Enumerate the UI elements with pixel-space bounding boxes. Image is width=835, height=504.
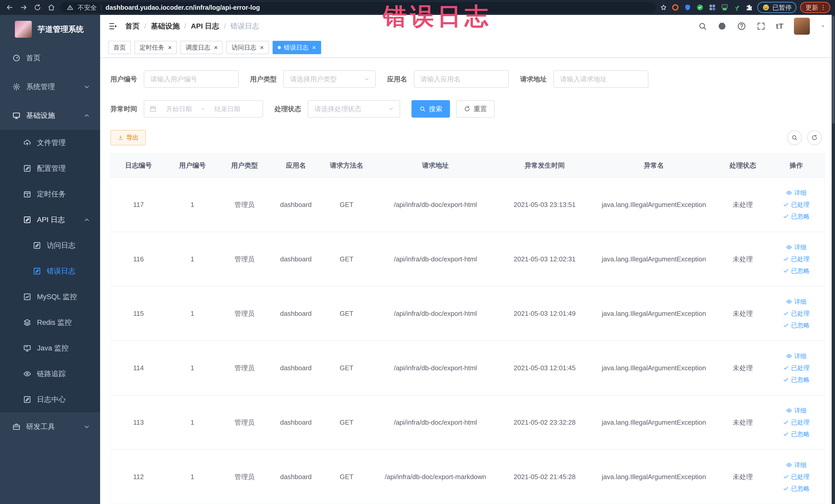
app-name-input[interactable] — [414, 70, 509, 88]
action-ignored-link[interactable]: 已忽略 — [783, 430, 810, 438]
sidebar-item-java-monitor[interactable]: Java 监控 — [0, 335, 100, 361]
cell-status: 未处理 — [717, 341, 768, 395]
action-processed-link[interactable]: 已处理 — [783, 473, 810, 481]
reset-button[interactable]: 重置 — [456, 100, 495, 118]
action-processed-link[interactable]: 已处理 — [783, 255, 810, 263]
browser-forward-button[interactable] — [19, 2, 29, 13]
sidebar-item-label: 访问日志 — [47, 241, 76, 250]
action-processed-link[interactable]: 已处理 — [783, 418, 810, 426]
sidebar-item-file-admin[interactable]: 文件管理 — [0, 130, 100, 156]
sidebar-item-dev-tools[interactable]: 研发工具 — [0, 412, 100, 441]
process-status-select[interactable]: 请选择处理状态 — [308, 100, 400, 118]
cell-log_id: 116 — [110, 232, 166, 286]
sidebar-item-redis-monitor[interactable]: Redis 监控 — [0, 310, 100, 335]
sidebar-item-config-admin[interactable]: 配置管理 — [0, 156, 100, 181]
sidebar-item-infrastructure[interactable]: 基础设施 — [0, 101, 100, 130]
user-type-select[interactable]: 请选择用户类型 — [283, 70, 376, 88]
action-detail-link[interactable]: 详细 — [786, 461, 807, 469]
breadcrumb-api-log[interactable]: API 日志 — [191, 21, 219, 31]
close-icon[interactable]: × — [214, 44, 218, 51]
chevron-down-icon[interactable] — [820, 23, 826, 29]
browser-back-button[interactable] — [5, 2, 15, 13]
action-ignored-link[interactable]: 已忽略 — [783, 376, 810, 384]
action-ignored-link[interactable]: 已忽略 — [783, 321, 810, 329]
action-processed-link[interactable]: 已处理 — [783, 201, 810, 209]
action-detail-link[interactable]: 详细 — [786, 298, 807, 306]
sidebar-item-scheduled-jobs[interactable]: 定时任务 — [0, 181, 100, 207]
hamburger-icon[interactable] — [108, 21, 118, 31]
cell-time: 2021-05-02 23:32:28 — [499, 395, 590, 449]
sidebar-item-trace[interactable]: 链路追踪 — [0, 361, 100, 387]
cell-exception: java.lang.IllegalArgumentException — [590, 177, 717, 232]
tab-scheduled-jobs[interactable]: 定时任务× — [135, 41, 177, 54]
header-search-icon[interactable] — [698, 22, 707, 31]
action-ignored-link[interactable]: 已忽略 — [783, 212, 810, 221]
action-detail-link[interactable]: 详细 — [786, 243, 807, 251]
date-range-picker[interactable]: ~ — [144, 100, 263, 118]
fullscreen-icon[interactable] — [756, 22, 766, 31]
extension-sprout-icon[interactable] — [733, 3, 741, 12]
font-size-icon[interactable]: tT — [776, 22, 784, 31]
extension-grid-blue-dot-icon[interactable] — [708, 3, 717, 12]
tab-error-log[interactable]: 错误日志× — [272, 41, 321, 54]
sidebar-item-error-log[interactable]: 错误日志 — [0, 258, 100, 284]
toggle-search-button[interactable] — [787, 130, 802, 145]
help-icon[interactable] — [737, 22, 746, 31]
tab-home[interactable]: 首页 — [108, 41, 131, 54]
browser-update-button[interactable]: 更新 — [800, 2, 830, 13]
tab-schedule-log[interactable]: 调度日志× — [180, 41, 223, 54]
action-detail-link[interactable]: 详细 — [786, 189, 807, 197]
tab-access-log[interactable]: 访问日志× — [226, 41, 269, 54]
address-bar[interactable]: 不安全 dashboard.yudao.iocoder.cn/infra/log… — [60, 2, 656, 13]
user-avatar[interactable] — [794, 18, 810, 35]
column-header-time: 异常发生时间 — [499, 154, 590, 177]
action-detail-link[interactable]: 详细 — [786, 406, 807, 415]
close-icon[interactable]: × — [260, 44, 264, 51]
github-icon[interactable] — [717, 22, 727, 31]
scrollbar-thumb[interactable] — [832, 16, 834, 124]
refresh-table-button[interactable] — [807, 130, 822, 145]
extension-puzzle-icon[interactable] — [745, 3, 754, 12]
window-scrollbar[interactable] — [832, 15, 835, 504]
end-date-input[interactable] — [208, 105, 247, 113]
cell-user_id: 1 — [166, 395, 219, 449]
sidebar-item-log-center[interactable]: 日志中心 — [0, 387, 100, 412]
export-button[interactable]: 导出 — [110, 130, 146, 145]
extension-orange-ring-icon[interactable] — [671, 3, 680, 12]
action-label: 详细 — [794, 298, 807, 306]
breadcrumb-infrastructure[interactable]: 基础设施 — [151, 21, 180, 31]
action-detail-link[interactable]: 详细 — [786, 352, 807, 360]
action-processed-link[interactable]: 已处理 — [783, 364, 810, 372]
sidebar-item-system-admin[interactable]: 系统管理 — [0, 73, 100, 101]
breadcrumb-home[interactable]: 首页 — [125, 21, 140, 31]
action-label: 详细 — [794, 189, 807, 197]
action-ignored-link[interactable]: 已忽略 — [783, 267, 810, 275]
profile-paused-badge[interactable]: 已暂停 — [757, 2, 796, 13]
cell-actions: 详细已处理已忽略 — [768, 286, 824, 341]
action-ignored-link[interactable]: 已忽略 — [783, 484, 810, 493]
kebab-menu-icon[interactable] — [820, 4, 827, 11]
action-label: 已处理 — [791, 418, 810, 426]
sidebar-item-home[interactable]: 首页 — [0, 44, 100, 73]
extension-green-circle-icon[interactable] — [696, 3, 704, 12]
select-placeholder: 请选择用户类型 — [290, 75, 364, 84]
start-date-input[interactable] — [160, 105, 198, 113]
close-icon[interactable]: × — [312, 44, 316, 51]
search-button[interactable]: 搜索 — [411, 100, 450, 118]
browser-reload-button[interactable] — [32, 2, 43, 13]
close-icon[interactable]: × — [168, 44, 172, 51]
smiley-emoji-icon — [762, 4, 770, 11]
action-processed-link[interactable]: 已处理 — [783, 309, 810, 318]
browser-home-button[interactable] — [46, 2, 57, 13]
extension-blue-shield-icon[interactable] — [683, 3, 692, 12]
cell-user_type: 管理员 — [219, 232, 270, 286]
eye-icon — [786, 407, 792, 414]
sidebar-item-mysql-monitor[interactable]: MySQL 监控 — [0, 284, 100, 310]
bookmark-star-icon[interactable] — [660, 4, 667, 11]
user-id-input[interactable] — [144, 70, 239, 88]
extension-terminal-on-icon[interactable] — [720, 3, 729, 12]
sidebar-item-access-log[interactable]: 访问日志 — [0, 233, 100, 258]
sidebar-item-api-log[interactable]: API 日志 — [0, 207, 100, 233]
app-logo-row[interactable]: 芋道管理系统 — [0, 15, 100, 44]
request-url-input[interactable] — [553, 70, 648, 88]
